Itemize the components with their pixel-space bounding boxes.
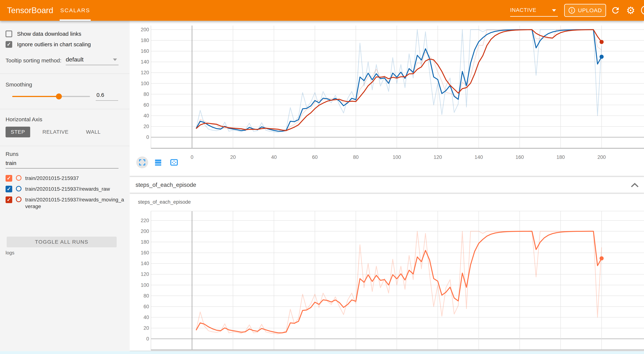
scalar-chart-card-steps[interactable]: steps_of_each_episode: [130, 194, 644, 351]
horizontal-scrollbar-track[interactable]: [0, 351, 644, 354]
status-dropdown[interactable]: INACTIVE: [510, 4, 558, 17]
ignore-outliers-label: Ignore outliers in chart scaling: [17, 41, 91, 48]
help-button[interactable]: ?: [641, 6, 644, 15]
show-download-links-row[interactable]: Show data download links: [6, 30, 81, 37]
run-label[interactable]: train/20201015-215937/rewards_moving_ave…: [25, 196, 125, 210]
collapse-section-button[interactable]: [631, 183, 639, 188]
settings-sidebar: Show data download links ✓ Ignore outlie…: [0, 21, 130, 354]
chevron-up-icon: [631, 183, 639, 188]
runs-label: Runs: [6, 151, 18, 157]
show-download-links-label: Show data download links: [17, 31, 81, 37]
run-checkbox[interactable]: ✓: [6, 196, 12, 203]
smoothing-value-input[interactable]: 0.6: [96, 92, 118, 101]
status-dropdown-value: INACTIVE: [510, 7, 536, 13]
refresh-button[interactable]: [610, 5, 621, 16]
axis-relative-button[interactable]: RELATIVE: [37, 127, 74, 138]
run-row[interactable]: ✓ train/20201015-215937/rewards_moving_a…: [6, 196, 125, 210]
run-isolate-radio[interactable]: [16, 186, 22, 192]
gear-icon: ⚙: [626, 5, 635, 16]
chevron-down-icon: [113, 58, 117, 61]
tooltip-sorting-label: Tooltip sorting method:: [6, 58, 62, 64]
refresh-icon: [611, 6, 620, 15]
chart-toolbar: [136, 156, 180, 168]
ignore-outliers-row[interactable]: ✓ Ignore outliers in chart scaling: [6, 41, 91, 48]
scalar-chart-card-rewards[interactable]: [130, 21, 644, 176]
expand-chart-button[interactable]: [136, 156, 148, 168]
run-label[interactable]: train/20201015-215937/rewards_raw: [25, 186, 125, 192]
chart-title: steps_of_each_episode: [138, 199, 191, 205]
axis-wall-button[interactable]: WALL: [81, 127, 106, 138]
run-group-label: logs: [6, 250, 14, 256]
divider: [0, 74, 130, 74]
info-icon: [568, 7, 575, 14]
smoothing-slider-knob[interactable]: [56, 94, 62, 100]
settings-button[interactable]: ⚙: [625, 5, 636, 16]
run-row[interactable]: ✓ train/20201015-215937/rewards_raw: [6, 186, 125, 192]
run-isolate-radio[interactable]: [16, 175, 22, 181]
upload-button[interactable]: UPLOAD: [564, 4, 606, 17]
fit-domain-icon: [170, 159, 178, 166]
data-table-button[interactable]: [152, 156, 164, 168]
smoothing-slider-fill: [12, 96, 59, 97]
upload-button-label: UPLOAD: [578, 7, 602, 14]
app-header: TensorBoard SCALARS INACTIVE UPLOAD ⚙ ?: [0, 0, 644, 21]
toggle-all-runs-button[interactable]: TOGGLE ALL RUNS: [7, 236, 117, 247]
app-title: TensorBoard: [7, 0, 53, 21]
fit-domain-button[interactable]: [168, 156, 180, 168]
divider: [0, 109, 130, 109]
data-table-icon: [154, 159, 162, 166]
run-isolate-radio[interactable]: [16, 197, 22, 202]
tooltip-sorting-value: default: [66, 56, 84, 63]
chevron-down-icon: [552, 9, 556, 12]
tooltip-sorting-dropdown[interactable]: default: [66, 55, 118, 65]
horizontal-axis-group: STEP RELATIVE WALL: [6, 127, 106, 138]
section-title: steps_of_each_episode: [136, 177, 196, 193]
smoothing-slider[interactable]: [12, 96, 90, 97]
ignore-outliers-checkbox[interactable]: ✓: [6, 41, 12, 48]
fullscreen-icon: [138, 159, 146, 166]
horizontal-axis-label: Horizontal Axis: [6, 116, 42, 122]
section-header-steps-of-each-episode[interactable]: steps_of_each_episode: [130, 177, 644, 193]
tab-scalars[interactable]: SCALARS: [60, 0, 91, 21]
smoothing-label: Smoothing: [6, 82, 32, 88]
run-checkbox[interactable]: ✓: [6, 186, 12, 192]
run-label[interactable]: train/20201015-215937: [25, 175, 125, 182]
axis-step-button[interactable]: STEP: [6, 127, 30, 138]
show-download-links-checkbox[interactable]: [6, 30, 12, 37]
run-row[interactable]: ✓ train/20201015-215937: [6, 175, 125, 182]
runs-filter-input[interactable]: train: [6, 160, 118, 168]
run-checkbox[interactable]: ✓: [6, 175, 12, 182]
divider: [0, 146, 130, 146]
